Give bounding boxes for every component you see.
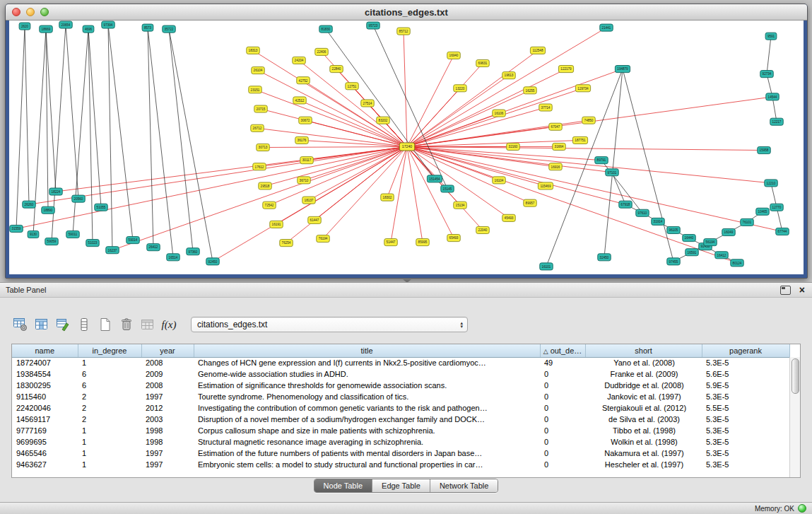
cell-title[interactable]: Tourette syndrome. Phenomenology and cla… [194, 391, 540, 402]
graph-node[interactable]: 30117 [300, 157, 314, 164]
graph-node[interactable]: 65493 [447, 235, 461, 242]
graph-node[interactable]: 31664 [553, 143, 566, 150]
graph-node[interactable]: 19613 [502, 72, 516, 79]
graph-node[interactable]: 31914 [652, 218, 665, 225]
cell-year[interactable]: 2008 [141, 357, 194, 368]
tab-network-table[interactable]: Network Table [430, 479, 498, 492]
graph-edge[interactable] [258, 71, 407, 147]
graph-node[interactable]: 97360 [187, 248, 200, 255]
graph-edge[interactable] [299, 60, 407, 146]
cell-pagerank[interactable]: 5.6E-5 [702, 368, 789, 380]
cell-out_degree[interactable]: 49 [540, 357, 585, 368]
table-row[interactable]: 1872400712008Changes of HCN gene express… [12, 357, 789, 368]
graph-node[interactable]: 29518 [259, 182, 272, 189]
graph-edge[interactable] [302, 140, 407, 146]
graph-node[interactable]: 122179 [558, 66, 573, 73]
graph-node[interactable]: 32160 [507, 143, 520, 150]
cell-year[interactable]: 1997 [141, 459, 194, 470]
graph-node[interactable]: 30672 [299, 117, 312, 124]
cell-name[interactable]: 9465546 [12, 448, 78, 459]
graph-node[interactable]: 67918 [619, 201, 632, 208]
graph-node[interactable]: 12217 [770, 118, 784, 125]
table-row[interactable]: 911546021997Tourette syndrome. Phenomeno… [12, 391, 789, 402]
cell-short[interactable]: Wolkin et al. (1998) [585, 436, 702, 448]
cell-pagerank[interactable]: 5.5E-5 [702, 402, 789, 414]
cell-in_degree[interactable]: 2 [78, 402, 141, 414]
graph-node[interactable]: 13220 [454, 85, 467, 92]
cell-pagerank[interactable]: 5.3E-5 [702, 414, 789, 425]
graph-edge[interactable] [265, 146, 407, 185]
cell-year[interactable]: 1998 [141, 425, 194, 436]
cell-year[interactable]: 2008 [141, 380, 194, 391]
graph-node[interactable]: 16049 [722, 228, 736, 235]
graph-node[interactable]: 16440 [683, 235, 696, 242]
cell-short[interactable]: Jankovic et al. (1997) [585, 391, 702, 402]
window-titlebar[interactable]: citations_edges.txt [6, 4, 807, 21]
graph-node[interactable]: 16104 [493, 177, 506, 184]
cell-short[interactable]: Hescheler et al. (1997) [585, 459, 702, 470]
graph-node[interactable]: 22840 [330, 66, 343, 73]
graph-edge[interactable] [407, 107, 546, 146]
table-row[interactable]: 969969511998Structural magnetic resonanc… [12, 436, 789, 448]
row-height-button[interactable] [73, 315, 95, 334]
graph-edge[interactable] [25, 26, 29, 204]
graph-node[interactable]: 20715 [254, 105, 268, 112]
graph-node[interactable]: 97101 [606, 169, 619, 176]
graph-node[interactable]: 15134 [454, 201, 467, 209]
graph-node[interactable]: 10465 [756, 208, 770, 215]
graph-node[interactable]: 16237 [106, 247, 119, 254]
graph-node[interactable]: 16412 [715, 252, 729, 259]
cell-year[interactable]: 1998 [141, 436, 194, 448]
column-header-title[interactable]: title [194, 344, 540, 357]
cell-short[interactable]: de Silva et al. (2003) [585, 414, 702, 425]
cell-short[interactable]: Stergiakouli et al. (2012) [585, 402, 702, 414]
graph-node[interactable]: 18137 [302, 197, 316, 204]
graph-node[interactable]: 112548 [530, 47, 545, 54]
cell-out_degree[interactable]: 0 [540, 448, 585, 459]
cell-title[interactable]: Estimation of the future numbers of pati… [194, 448, 540, 459]
table-row[interactable]: 1456911722003Disruption of a novel membe… [12, 414, 789, 425]
column-header-short[interactable]: short [585, 344, 702, 357]
cell-year[interactable]: 2009 [141, 368, 194, 380]
new-table-button[interactable] [95, 315, 116, 334]
graph-node[interactable]: 37714 [539, 104, 553, 111]
cell-pagerank[interactable]: 5.3E-5 [702, 448, 789, 459]
graph-node[interactable]: 76101 [741, 218, 754, 226]
graph-node[interactable]: 16940 [447, 52, 461, 59]
graph-node[interactable]: 85712 [397, 28, 411, 35]
graph-edge[interactable] [257, 128, 407, 146]
cell-pagerank[interactable]: 5.3E-5 [702, 391, 789, 402]
cell-short[interactable]: Tibbo et al. (1998) [585, 425, 702, 436]
cell-short[interactable]: Dudbridge et al. (2008) [585, 380, 702, 391]
graph-node[interactable]: 42752 [297, 77, 310, 84]
graph-edge[interactable] [148, 28, 153, 247]
cell-out_degree[interactable]: 0 [540, 425, 585, 436]
cell-in_degree[interactable]: 6 [78, 380, 141, 391]
graph-node[interactable]: 95723 [367, 22, 380, 29]
graph-node[interactable]: 22406 [315, 48, 329, 55]
cell-name[interactable]: 19384554 [12, 368, 78, 380]
graph-node[interactable]: 16916 [549, 163, 563, 170]
graph-edge[interactable] [407, 146, 771, 182]
graph-edge[interactable] [112, 146, 407, 250]
tab-edge-table[interactable]: Edge Table [372, 479, 430, 492]
graph-edge[interactable] [407, 146, 764, 150]
cell-in_degree[interactable]: 6 [78, 368, 141, 380]
graph-node[interactable]: 92450 [206, 258, 220, 265]
graph-node[interactable]: 51055 [95, 204, 108, 211]
select-columns-button[interactable] [31, 315, 52, 334]
graph-node[interactable]: 16255 [524, 87, 537, 94]
graph-edge[interactable] [16, 146, 407, 228]
graph-node[interactable]: 18224 [49, 188, 63, 195]
graph-edge[interactable] [373, 25, 447, 189]
column-header-in-degree[interactable]: in_degree [78, 344, 141, 357]
graph-node[interactable]: 56194 [704, 239, 717, 246]
column-header-name[interactable]: name [12, 344, 78, 357]
cell-in_degree[interactable]: 1 [78, 436, 141, 448]
table-row[interactable]: 946362711997Embryonic stem cells: a mode… [12, 459, 789, 470]
graph-node[interactable]: 129734 [575, 85, 590, 92]
cell-short[interactable]: Yano et al. (2008) [585, 357, 702, 368]
graph-edge[interactable] [108, 25, 133, 240]
cell-year[interactable]: 1997 [141, 448, 194, 459]
graph-node[interactable]: 18890 [42, 206, 55, 214]
